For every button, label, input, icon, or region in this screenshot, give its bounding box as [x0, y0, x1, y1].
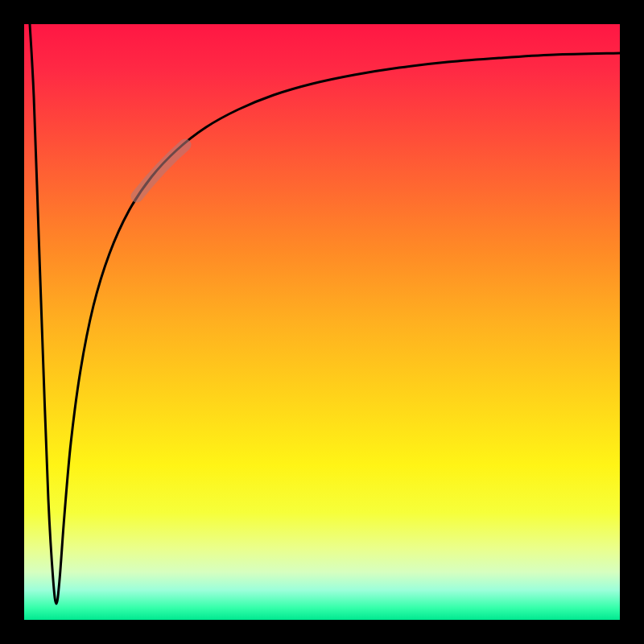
highlight-segment-path [137, 145, 185, 196]
curve-svg [24, 24, 620, 620]
chart-container: TheBottleneck.com [0, 0, 644, 644]
plot-area [24, 24, 620, 620]
bottleneck-curve-path [30, 24, 620, 604]
